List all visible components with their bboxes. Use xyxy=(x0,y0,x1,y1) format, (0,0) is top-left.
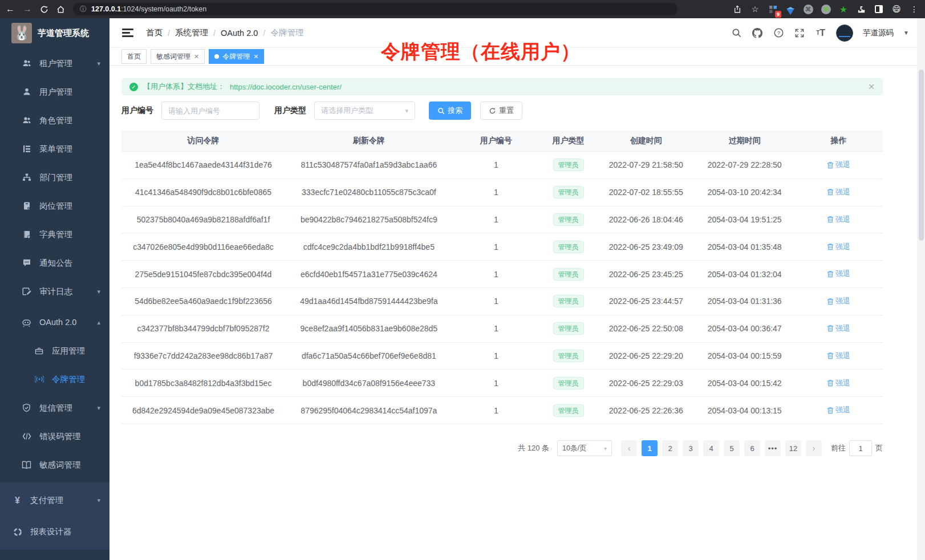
user-id: 1 xyxy=(453,406,539,415)
page-button-6[interactable]: 6 xyxy=(744,440,760,456)
help-icon[interactable]: ? xyxy=(773,27,784,39)
col-user-id: 用户编号 xyxy=(453,136,539,146)
collapse-sidebar-icon[interactable] xyxy=(122,27,133,39)
edit-note-icon xyxy=(22,287,31,297)
page-button-3[interactable]: 3 xyxy=(683,440,699,456)
doc-link[interactable]: https://doc.iocoder.cn/user-center/ xyxy=(230,83,342,91)
site-info-icon[interactable]: ⓘ xyxy=(80,5,87,14)
sidebar-item-sensitive-word[interactable]: 敏感词管理 xyxy=(0,451,109,479)
created-time: 2022-06-25 23:49:09 xyxy=(597,242,695,251)
page-jump-input[interactable] xyxy=(849,440,872,456)
github-icon[interactable] xyxy=(752,27,763,39)
next-page-button[interactable]: › xyxy=(806,440,822,456)
command-extension-icon[interactable]: ⌘ xyxy=(803,4,813,14)
page-button-1[interactable]: 1 xyxy=(642,440,658,456)
address-bar[interactable]: ⓘ 127.0.0.1:1024/system/oauth2/token xyxy=(73,3,677,15)
chevron-down-icon: ▾ xyxy=(405,107,408,115)
user-menu-caret-icon[interactable]: ▼ xyxy=(903,30,909,36)
search-icon[interactable] xyxy=(731,27,742,39)
force-logout-button[interactable]: 强退 xyxy=(827,160,850,170)
sidebar-item-pay[interactable]: ¥ 支付管理 ▾ xyxy=(0,485,109,516)
browser-forward-button[interactable]: → xyxy=(23,5,32,14)
sidebar-item-dept[interactable]: 部门管理 xyxy=(0,163,109,192)
tab-sensitive-word[interactable]: 敏感词管理 ✕ xyxy=(151,49,205,64)
table-row: c342377bf8b344799dcbf7bf095287f2 9ce8ef2… xyxy=(121,315,883,343)
browser-back-button[interactable]: ← xyxy=(6,5,15,14)
force-logout-button[interactable]: 强退 xyxy=(827,242,850,252)
id-badge-icon xyxy=(22,201,31,211)
created-time: 2022-06-25 22:50:08 xyxy=(597,324,695,333)
page-button-2[interactable]: 2 xyxy=(662,440,678,456)
browser-reload-button[interactable] xyxy=(40,5,48,14)
tab-token-active[interactable]: 令牌管理 ✕ xyxy=(209,49,264,64)
browser-menu-icon[interactable]: ⋮ xyxy=(909,4,919,14)
page-button-12[interactable]: 12 xyxy=(785,440,801,456)
close-icon[interactable]: ✕ xyxy=(253,53,258,60)
app-logo-row[interactable]: 🐰 芋道管理系统 xyxy=(0,18,109,48)
share-icon[interactable] xyxy=(732,4,743,14)
puzzle-extensions-icon[interactable] xyxy=(856,4,866,14)
table-row: 6d842e2924594de9a09e45e087323abe 8796295… xyxy=(121,397,883,424)
page-size-select[interactable]: 10条/页 ▾ xyxy=(557,440,612,456)
more-pages-button[interactable]: ••• xyxy=(765,440,781,456)
username[interactable]: 芋道源码 xyxy=(863,28,894,38)
page-button-5[interactable]: 5 xyxy=(724,440,740,456)
close-icon[interactable]: ✕ xyxy=(194,53,199,60)
page-button-4[interactable]: 4 xyxy=(703,440,719,456)
sidebar-item-user[interactable]: 用户管理 xyxy=(0,78,109,106)
star-extension-icon[interactable]: ★ xyxy=(838,4,849,14)
reset-button[interactable]: 重置 xyxy=(480,102,522,120)
svg-text:?: ? xyxy=(777,30,780,36)
sidebar-item-notice[interactable]: 通知公告 xyxy=(0,249,109,277)
tab-home[interactable]: 首页 xyxy=(121,49,147,64)
yen-icon: ¥ xyxy=(13,496,22,505)
font-size-icon[interactable]: TT xyxy=(815,27,826,39)
sidebar-item-oauth2[interactable]: OAuth 2.0 ▴ xyxy=(0,308,109,336)
force-logout-button[interactable]: 强退 xyxy=(827,378,850,388)
side-panel-icon[interactable] xyxy=(874,4,884,14)
sidebar-item-tenant[interactable]: 租户管理 ▾ xyxy=(0,49,109,78)
sidebar-item-error-code[interactable]: 错误码管理 xyxy=(0,422,109,451)
gem-extension-icon[interactable] xyxy=(785,4,796,14)
sidebar-item-menu[interactable]: 菜单管理 xyxy=(0,135,109,163)
sidebar-item-audit-log[interactable]: 审计日志 ▾ xyxy=(0,277,109,306)
browser-home-button[interactable] xyxy=(56,5,65,14)
alert-close-icon[interactable]: ✕ xyxy=(868,82,875,91)
prev-page-button[interactable]: ‹ xyxy=(621,440,637,456)
scrollbar-track[interactable] xyxy=(917,18,925,560)
sidebar-item-sms[interactable]: 短信管理 ▾ xyxy=(0,393,109,422)
force-logout-button[interactable]: 强退 xyxy=(827,405,850,415)
sidebar-item-post[interactable]: 岗位管理 xyxy=(0,192,109,220)
force-logout-button[interactable]: 强退 xyxy=(827,296,850,306)
user-id-input[interactable] xyxy=(161,102,259,120)
sidebar-item-oauth2-token[interactable]: 令牌管理 xyxy=(0,365,109,393)
force-logout-button[interactable]: 强退 xyxy=(827,323,850,334)
force-logout-button[interactable]: 强退 xyxy=(827,269,850,279)
force-logout-button[interactable]: 强退 xyxy=(827,187,850,197)
fullscreen-icon[interactable] xyxy=(794,27,805,39)
breadcrumb-system[interactable]: 系统管理 xyxy=(175,27,208,38)
search-button[interactable]: 搜索 xyxy=(429,102,471,120)
recorder-extension-icon[interactable] xyxy=(821,4,831,14)
user-type-select[interactable]: 请选择用户类型 ▾ xyxy=(314,102,415,120)
sidebar-item-dict[interactable]: 字典管理 xyxy=(0,220,109,249)
force-logout-button[interactable]: 强退 xyxy=(827,351,850,361)
user-type-badge: 管理员 xyxy=(553,350,584,362)
extension-with-badge-icon[interactable]: 9 xyxy=(768,4,778,14)
table-row: 1ea5e44f8bc1467aaede43144f31de76 811c530… xyxy=(121,152,883,179)
force-logout-button[interactable]: 强退 xyxy=(827,214,850,225)
breadcrumb-home[interactable]: 首页 xyxy=(146,27,163,38)
header-actions: ? TT 芋道源码 ▼ xyxy=(731,25,925,42)
profile-emoji-icon[interactable]: 😄 xyxy=(891,4,902,14)
scrollbar-thumb[interactable] xyxy=(919,70,924,241)
refresh-token: e6cfd40eb1f54571a31e775e039c4624 xyxy=(285,270,453,279)
access-token: 6d842e2924594de9a09e45e087323abe xyxy=(121,406,285,415)
col-actions: 操作 xyxy=(794,136,883,146)
sidebar-item-report-designer[interactable]: 报表设计器 xyxy=(0,516,109,547)
user-id-label: 用户编号 xyxy=(121,105,153,116)
avatar[interactable] xyxy=(836,25,853,42)
bookmark-star-icon[interactable]: ☆ xyxy=(750,4,760,14)
breadcrumb-oauth[interactable]: OAuth 2.0 xyxy=(221,29,258,38)
sidebar-item-oauth2-app[interactable]: 应用管理 xyxy=(0,336,109,365)
sidebar-item-role[interactable]: 角色管理 xyxy=(0,106,109,135)
